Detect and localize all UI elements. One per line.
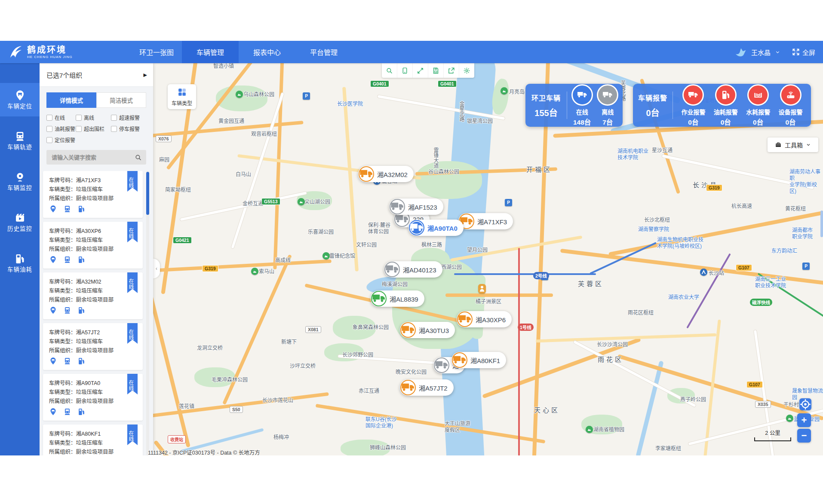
vehicle-marker[interactable]: 湘A32M02 [358, 166, 414, 182]
tab-1[interactable]: 简洁模式 [96, 92, 146, 108]
search-box[interactable] [46, 150, 146, 165]
sidebar-item-3[interactable]: 历史监控 [0, 205, 40, 239]
list-scrollbar-thumb[interactable] [146, 172, 149, 215]
map-label: 长沙北枢纽 [644, 217, 670, 223]
sidebar-item-1[interactable]: 车辆轨迹 [0, 124, 40, 157]
pin-car-icon[interactable] [49, 306, 57, 315]
toolbox-button[interactable]: 工具箱 [768, 137, 818, 152]
map-label: 谷山森林公园 [428, 169, 459, 175]
fuel-icon[interactable] [77, 357, 86, 365]
nav-item-2[interactable]: 报表中心 [239, 41, 295, 63]
vehicle-card-0[interactable]: 车牌号码：湘A71XF3 车辆类型：垃圾压缩车 所属组织：厨余垃圾项目部 在线 [43, 171, 143, 218]
online-label: 在线 [576, 107, 588, 116]
vehicle-marker[interactable]: 湘A30TU3 [400, 322, 455, 338]
panel-collapse-handle[interactable]: ‹ [153, 259, 160, 278]
filter-checkbox-2[interactable]: 超速报警 [111, 114, 148, 121]
checkbox-icon[interactable] [76, 115, 82, 121]
park-poi-icon [501, 87, 508, 95]
filter-label: 定位报警 [55, 136, 75, 144]
tab-0[interactable]: 详情模式 [46, 92, 96, 108]
vehicle-card-4[interactable]: 车牌号码：湘A90TA0 车辆类型：垃圾压缩车 所属组织：厨余垃圾项目部 在线 [43, 374, 143, 421]
pin-car-icon[interactable] [49, 256, 57, 264]
top-right: 王水晶 全屏 [734, 41, 815, 63]
vehicle-marker[interactable]: 湘A71XF3 [458, 213, 513, 229]
fuel-icon[interactable] [77, 306, 86, 315]
road-shield: G107 [746, 381, 763, 388]
fuel-icon[interactable] [77, 256, 86, 264]
nav-item-0[interactable]: 环卫一张图 [131, 41, 182, 63]
org-selector[interactable]: 已选7个组织 ▶ [40, 63, 153, 87]
bus-icon[interactable] [63, 357, 71, 365]
fullscreen-button[interactable]: 全屏 [792, 48, 815, 57]
filter-checkbox-3[interactable]: 油耗报警 [46, 125, 73, 132]
share-tool-button[interactable] [444, 63, 459, 78]
search-input[interactable] [51, 154, 135, 161]
checkbox-icon[interactable] [111, 126, 117, 132]
checkbox-icon[interactable] [46, 126, 52, 132]
bus-icon[interactable] [63, 408, 71, 416]
filter-checkbox-0[interactable]: 在线 [46, 114, 73, 121]
checkbox-icon[interactable] [46, 137, 52, 143]
vehicle-marker[interactable]: 湘AL8839 [371, 290, 424, 307]
bus-icon[interactable] [63, 205, 71, 213]
vehicle-marker[interactable]: 湘A57JT2 [400, 379, 454, 396]
video-icon [14, 212, 26, 224]
pin-car-icon[interactable] [49, 408, 57, 416]
vehicle-marker[interactable]: 湘AD40123 [384, 261, 442, 278]
vehicle-card-2[interactable]: 车牌号码：湘A32M02 车辆类型：垃圾压缩车 所属组织：厨余垃圾项目部 在线 [43, 272, 143, 319]
expand-tool-button[interactable] [413, 63, 428, 78]
vehicle-card-3[interactable]: 车牌号码：湘A57JT2 车辆类型：垃圾压缩车 所属组织：厨余垃圾项目部 在线 [43, 323, 143, 370]
gear-tool-button[interactable] [459, 63, 474, 78]
filter-checkbox-4[interactable]: 超出围栏 [76, 125, 108, 132]
filter-checkbox-1[interactable]: 离线 [76, 114, 108, 121]
pin-car-icon[interactable] [49, 205, 57, 213]
search-icon[interactable] [135, 154, 142, 161]
vehicle-marker[interactable]: 湘A90TA0 [408, 220, 464, 236]
magnifier-tool-button[interactable] [382, 63, 397, 78]
tablet-tool-button[interactable] [397, 63, 413, 78]
vehicle-marker[interactable]: 湘A80KF1 [451, 352, 506, 368]
checkbox-icon[interactable] [111, 115, 117, 121]
road-shield: 2号线 [533, 272, 549, 279]
filter-label: 离线 [84, 114, 94, 121]
map-canvas[interactable]: 车辆类型 环卫车辆 155台 在线 148台 离线 [153, 63, 823, 455]
filter-checkbox-5[interactable]: 停车报警 [111, 125, 148, 132]
vehicle-marker[interactable]: 湘A30XP6 [457, 311, 512, 327]
pin-car-icon[interactable] [49, 357, 57, 365]
map-label: 长沙站 [709, 270, 724, 277]
sidebar-item-0[interactable]: 车辆定位 [0, 83, 40, 116]
nav-item-3[interactable]: 平台管理 [295, 41, 352, 63]
zoom-out-button[interactable]: − [797, 429, 811, 443]
checkbox-icon[interactable] [76, 126, 82, 132]
vehicle-marker[interactable]: 湘AF1523 [389, 199, 443, 215]
filter-label: 在线 [55, 114, 65, 121]
user-name[interactable]: 王水晶 [751, 48, 771, 57]
marker-plate: 湘AL8839 [390, 294, 418, 303]
user-avatar-icon[interactable] [734, 46, 747, 58]
zoom-in-button[interactable]: + [797, 413, 811, 427]
park-poi-icon [586, 426, 593, 433]
park-poi-icon [251, 268, 258, 275]
bus-icon[interactable] [63, 256, 71, 264]
sidebar-item-4[interactable]: 车辆油耗 [0, 246, 40, 280]
page-scrollbar[interactable] [820, 211, 823, 237]
fuel-icon[interactable] [77, 205, 86, 213]
save-tool-button[interactable] [428, 63, 444, 78]
locate-button[interactable] [799, 398, 811, 410]
parking-poi-icon: P [303, 92, 310, 100]
chevron-down-icon[interactable] [775, 49, 780, 55]
bus-icon[interactable] [63, 306, 71, 315]
nav-item-1[interactable]: 车辆管理 [182, 41, 239, 63]
list-scrollbar[interactable] [146, 171, 149, 455]
fuel-icon[interactable] [77, 408, 86, 416]
map-label: 东方韵动汇 [771, 248, 797, 254]
vehicle-card-5[interactable]: 车牌号码：湘A80KF1 车辆类型：垃圾压缩车 所属组织：厨余垃圾项目部 在线 [43, 425, 143, 455]
filter-checkbox-6[interactable]: 定位报警 [46, 136, 73, 144]
vehicle-type-button[interactable]: 车辆类型 [168, 84, 196, 109]
checkbox-icon[interactable] [46, 115, 52, 121]
sidebar-item-2[interactable]: 车辆监控 [0, 165, 40, 198]
vehicle-card-1[interactable]: 车牌号码：湘A30XP6 车辆类型：垃圾压缩车 所属组织：厨余垃圾项目部 在线 [43, 222, 143, 269]
truck-icon [400, 322, 416, 338]
vehicle-plate: 车牌号码：湘A80KF1 [49, 430, 138, 439]
expand-arrow-icon[interactable]: ▶ [144, 72, 147, 78]
